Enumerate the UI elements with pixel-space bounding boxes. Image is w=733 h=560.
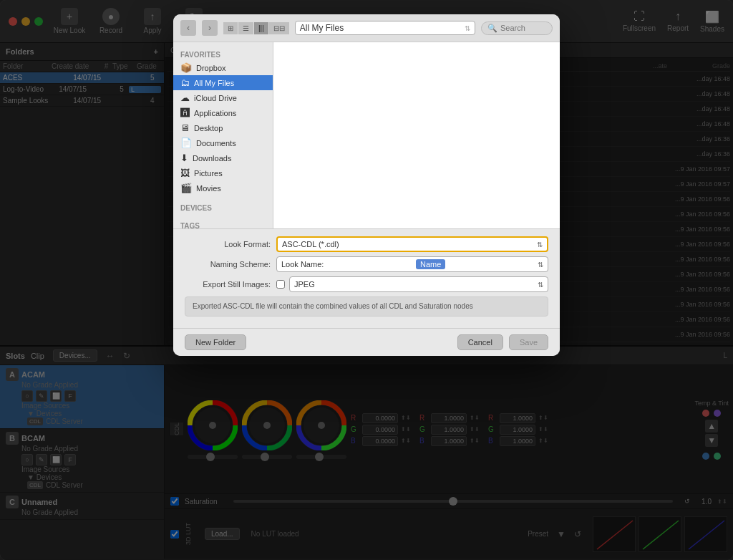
sidebar-item-label: Desktop <box>194 124 223 132</box>
export-still-content: JPEG ⇅ <box>276 276 548 292</box>
sidebar-item-movies[interactable]: 🎬 Movies <box>173 180 273 195</box>
export-still-row: Export Still Images: JPEG ⇅ <box>185 276 548 292</box>
modal-footer: New Folder Cancel Save <box>173 328 560 356</box>
sidebar-item-all-my-files[interactable]: 🗂 All My Files <box>173 75 273 90</box>
movies-icon: 🎬 <box>180 183 192 193</box>
desktop-icon: 🖥 <box>180 122 190 133</box>
all-my-files-icon: 🗂 <box>180 77 190 88</box>
sidebar-item-documents[interactable]: 📄 Documents <box>173 135 273 150</box>
sidebar-item-dropbox[interactable]: 📦 Dropbox <box>173 60 273 75</box>
location-text: All My Files <box>300 23 344 33</box>
favorites-label: Favorites <box>173 48 273 60</box>
sidebar-item-applications[interactable]: 🅰 Applications <box>173 105 273 120</box>
view-toggle-group: ⊞ ☰ ||| ⊟⊟ <box>223 22 289 34</box>
export-still-checkbox[interactable] <box>276 280 285 289</box>
look-format-label: Look Format: <box>185 240 271 248</box>
dropbox-icon: 📦 <box>180 62 192 73</box>
pictures-icon: 🖼 <box>180 168 190 178</box>
file-sidebar: Favorites 📦 Dropbox 🗂 All My Files ☁ iCl… <box>173 42 273 228</box>
documents-icon: 📄 <box>180 137 192 148</box>
sidebar-item-pictures[interactable]: 🖼 Pictures <box>173 165 273 180</box>
export-still-select[interactable]: JPEG ⇅ <box>289 276 548 292</box>
sidebar-item-label: iCloud Drive <box>194 94 237 102</box>
view-list-button[interactable]: ☰ <box>238 22 253 34</box>
naming-scheme-value: Look Name: <box>281 260 324 269</box>
sidebar-item-label: Applications <box>194 109 236 117</box>
sidebar-item-icloud-drive[interactable]: ☁ iCloud Drive <box>173 90 273 105</box>
save-dialog: ‹ › ⊞ ☰ ||| ⊟⊟ All My Files ⇅ 🔍 <box>173 14 560 356</box>
view-columns-button[interactable]: ||| <box>254 22 268 34</box>
applications-icon: 🅰 <box>180 107 190 118</box>
browser-body: Favorites 📦 Dropbox 🗂 All My Files ☁ iCl… <box>173 42 560 228</box>
sidebar-item-label: Documents <box>196 139 236 148</box>
view-icon-button[interactable]: ⊞ <box>223 22 238 34</box>
export-still-label: Export Still Images: <box>185 280 271 289</box>
modal-overlay: ‹ › ⊞ ☰ ||| ⊟⊟ All My Files ⇅ 🔍 <box>0 0 733 560</box>
sidebar-item-label: Dropbox <box>196 64 226 72</box>
view-coverflow-button[interactable]: ⊟⊟ <box>269 22 289 34</box>
icloud-icon: ☁ <box>180 92 190 103</box>
info-text: Exported ASC-CDL file will contain the c… <box>193 302 473 310</box>
modal-form: Look Format: ASC-CDL (*.cdl) ⇅ Naming Sc… <box>173 228 560 328</box>
sidebar-item-label: Pictures <box>194 169 223 178</box>
file-content <box>273 42 560 228</box>
sidebar-item-label: Movies <box>196 184 221 193</box>
sidebar-item-label: Downloads <box>193 154 231 163</box>
footer-actions: Cancel Save <box>457 334 548 350</box>
naming-scheme-label: Naming Scheme: <box>185 260 271 269</box>
browser-toolbar: ‹ › ⊞ ☰ ||| ⊟⊟ All My Files ⇅ 🔍 <box>173 14 560 42</box>
browser-back-button[interactable]: ‹ <box>180 20 196 36</box>
export-still-value: JPEG <box>294 280 315 289</box>
cancel-button[interactable]: Cancel <box>457 334 503 350</box>
devices-label: Devices <box>173 201 273 213</box>
naming-scheme-arrow: ⇅ <box>538 261 543 269</box>
look-format-value: ASC-CDL (*.cdl) <box>282 240 339 248</box>
look-format-arrow: ⇅ <box>537 241 543 248</box>
export-still-arrow: ⇅ <box>538 281 543 289</box>
location-bar[interactable]: All My Files ⇅ <box>295 21 475 35</box>
sidebar-item-label: All My Files <box>194 79 234 87</box>
downloads-icon: ⬇ <box>180 153 188 163</box>
new-folder-button[interactable]: New Folder <box>185 334 246 350</box>
search-box: 🔍 <box>481 21 553 35</box>
naming-scheme-row: Naming Scheme: Look Name: Name ⇅ <box>185 256 548 272</box>
app-window: + New Look ● Record ↑ Apply ↻ Update ⛶ F… <box>0 0 733 560</box>
search-icon: 🔍 <box>487 24 497 33</box>
sidebar-item-desktop[interactable]: 🖥 Desktop <box>173 120 273 135</box>
naming-scheme-select[interactable]: Look Name: Name ⇅ <box>276 256 548 272</box>
tags-label: Tags <box>173 219 273 228</box>
search-input[interactable] <box>500 24 550 32</box>
look-format-select[interactable]: ASC-CDL (*.cdl) ⇅ <box>276 236 548 252</box>
sidebar-item-downloads[interactable]: ⬇ Downloads <box>173 150 273 165</box>
save-button[interactable]: Save <box>509 334 548 350</box>
look-format-row: Look Format: ASC-CDL (*.cdl) ⇅ <box>185 236 548 252</box>
info-box: Exported ASC-CDL file will contain the c… <box>185 296 548 317</box>
location-chevron: ⇅ <box>465 24 470 32</box>
browser-forward-button[interactable]: › <box>202 20 218 36</box>
naming-scheme-tag-btn[interactable]: Name <box>416 259 445 269</box>
